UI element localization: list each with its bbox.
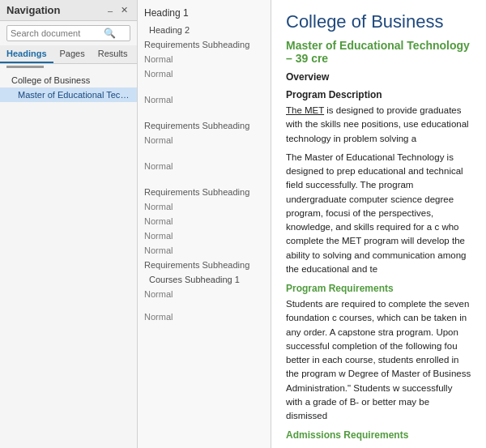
outline-normal-6: Normal xyxy=(138,199,271,214)
outline-normal-9: Normal xyxy=(138,243,271,258)
outline-normal-8: Normal xyxy=(138,228,271,243)
program-desc-p2: The Master of Educational Technology is … xyxy=(286,151,471,276)
outline-normal-10: Normal xyxy=(138,287,271,301)
outline-normal-7: Normal xyxy=(138,214,271,228)
outline-panel: Heading 1 Heading 2 Requirements Subhead… xyxy=(138,0,271,448)
met-link[interactable]: The MET xyxy=(286,105,324,115)
outline-normal-4: Normal xyxy=(138,133,271,147)
nav-item-master-of-ed-tech[interactable]: Master of Educational Technolo... xyxy=(0,87,137,102)
navigation-panel: Navigation – ✕ 🔍 Headings Pages Results … xyxy=(0,0,138,448)
program-req-text: Students are required to complete the se… xyxy=(286,297,471,423)
program-desc-heading: Program Description xyxy=(286,89,471,100)
tab-results[interactable]: Results xyxy=(92,45,134,63)
document-panel: College of Business Master of Educationa… xyxy=(271,0,486,448)
program-req-heading: Program Requirements xyxy=(286,283,471,294)
bullet-1: Bachelor's Degree xyxy=(301,444,471,448)
nav-controls: – ✕ xyxy=(105,4,130,16)
outline-normal-5: Normal xyxy=(138,159,271,173)
admissions-list: Bachelor's Degree Minimum cumulative und… xyxy=(301,444,471,448)
outline-normal-1: Normal xyxy=(138,52,271,66)
program-desc-p1: The MET is designed to provide graduates… xyxy=(286,104,471,146)
search-input[interactable] xyxy=(11,28,104,38)
nav-close-button[interactable]: ✕ xyxy=(118,4,130,16)
outline-req-sub-3: Requirements Subheading xyxy=(138,185,271,199)
outline-req-sub-4: Requirements Subheading xyxy=(138,258,271,272)
outline-normal-2: Normal xyxy=(138,66,271,81)
outline-normal-3: Normal xyxy=(138,92,271,107)
outline-req-sub-2: Requirements Subheading xyxy=(138,118,271,133)
nav-header: Navigation – ✕ xyxy=(0,0,137,21)
overview-heading: Overview xyxy=(286,71,471,83)
nav-minimize-button[interactable]: – xyxy=(105,5,115,16)
outline-heading2: Heading 2 xyxy=(138,23,271,37)
scroll-indicator xyxy=(6,66,130,68)
outline-normal-11: Normal xyxy=(138,309,271,324)
nav-item-college-of-business[interactable]: College of Business xyxy=(0,73,137,87)
nav-tree: College of Business Master of Educationa… xyxy=(0,70,137,448)
tab-pages[interactable]: Pages xyxy=(53,45,92,63)
doc-title: College of Business xyxy=(286,11,471,32)
search-icon[interactable]: 🔍 xyxy=(104,28,116,39)
nav-tabs: Headings Pages Results xyxy=(0,45,137,64)
doc-subtitle: Master of Educational Technology – 39 cr… xyxy=(286,39,471,65)
nav-title: Navigation xyxy=(6,4,60,16)
outline-heading1: Heading 1 xyxy=(138,5,271,21)
search-box: 🔍 xyxy=(6,25,130,41)
tab-headings[interactable]: Headings xyxy=(0,45,53,63)
admissions-heading: Admissions Requirements xyxy=(286,429,471,441)
outline-req-sub-1: Requirements Subheading xyxy=(138,37,271,52)
outline-courses-sub: Courses Subheading 1 xyxy=(138,272,271,287)
